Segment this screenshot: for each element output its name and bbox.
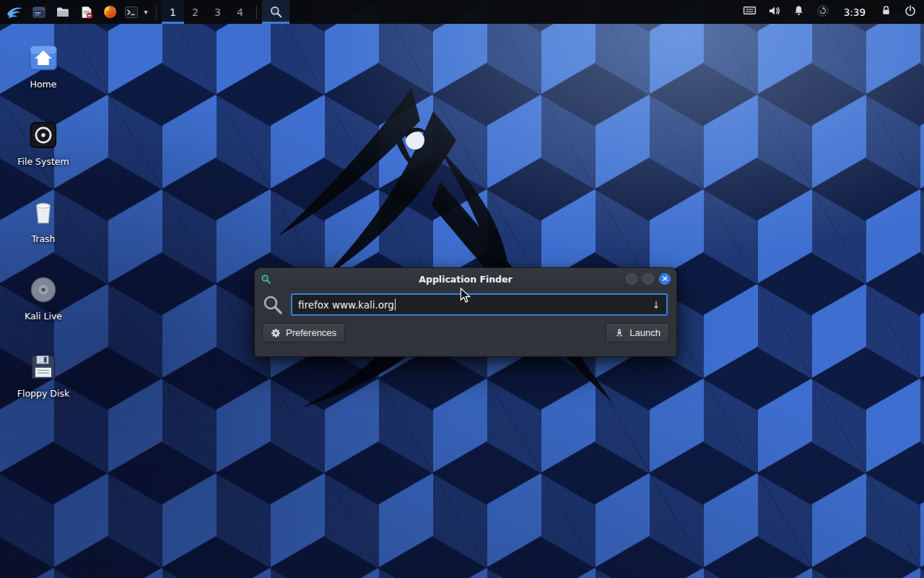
- desktop-icon-floppy-disk[interactable]: Floppy Disk: [0, 347, 87, 424]
- kali-menu-button[interactable]: [3, 0, 27, 24]
- search-input[interactable]: firefox www.kali.org ↓: [291, 293, 668, 316]
- trash-icon: [27, 197, 59, 228]
- clock[interactable]: 3:39: [841, 7, 868, 18]
- launcher-firefox[interactable]: [98, 0, 122, 24]
- workspace-4[interactable]: 4: [229, 0, 251, 24]
- desktop-icon-list: Home File System Trash Kal: [0, 38, 87, 424]
- preferences-button[interactable]: Preferences: [262, 323, 345, 342]
- finder-buttons-row: Preferences Launch: [255, 319, 676, 350]
- preferences-button-label: Preferences: [286, 327, 336, 338]
- launcher-text-editor[interactable]: [74, 0, 98, 24]
- kali-dragon-silhouette: [195, 81, 628, 413]
- window-title: Application Finder: [255, 274, 676, 285]
- kali-logo-icon: [6, 3, 24, 21]
- close-icon: ×: [661, 274, 668, 283]
- launcher-terminal[interactable]: [122, 0, 141, 24]
- search-input-value: firefox www.kali.org: [298, 299, 394, 311]
- desktop-icon-kali-live[interactable]: Kali Live: [0, 269, 87, 347]
- desktop-icon-label: Kali Live: [25, 311, 62, 322]
- magnifier-icon: [269, 5, 283, 19]
- home-icon: [27, 42, 60, 74]
- taskbar-appfinder-button[interactable]: [262, 0, 289, 24]
- maximize-button[interactable]: [642, 273, 654, 285]
- desktop-icon-label: Floppy Disk: [17, 388, 69, 399]
- window-icon: [32, 5, 46, 20]
- firefox-icon: [103, 4, 118, 20]
- desktop-icon-trash[interactable]: Trash: [0, 192, 87, 269]
- dragon-orb: [406, 131, 424, 150]
- launcher-dropdown-button[interactable]: ▾: [141, 0, 151, 24]
- desktop-icon-label: File System: [17, 156, 69, 167]
- history-dropdown-icon[interactable]: ↓: [646, 299, 661, 311]
- workspace-1[interactable]: 1: [162, 0, 184, 24]
- desktop-icon-label: Trash: [31, 233, 55, 244]
- folder-icon: [56, 5, 70, 20]
- desktop-icon-file-system[interactable]: File System: [0, 115, 87, 192]
- finder-body: firefox www.kali.org ↓: [255, 290, 676, 319]
- status-indicator-applet[interactable]: [816, 4, 829, 20]
- launcher-window[interactable]: [27, 0, 51, 24]
- document-icon: [79, 5, 94, 20]
- chevron-down-icon: ▾: [144, 8, 147, 16]
- display-applet[interactable]: [743, 4, 757, 20]
- launch-icon: [614, 328, 624, 338]
- file-system-icon: [27, 119, 59, 151]
- lock-applet[interactable]: [880, 4, 892, 20]
- system-tray: 3:39: [743, 4, 921, 20]
- floppy-disk-icon: [27, 351, 59, 383]
- workspace-2[interactable]: 2: [184, 0, 206, 24]
- launch-button[interactable]: Launch: [606, 323, 669, 342]
- desktop-icon-home[interactable]: Home: [0, 38, 87, 115]
- terminal-icon: [124, 5, 139, 20]
- launch-button-label: Launch: [629, 327, 661, 338]
- workspace-3[interactable]: 3: [206, 0, 229, 24]
- desktop: ▾ 1 2 3 4: [0, 0, 924, 578]
- launcher-file-manager[interactable]: [51, 0, 74, 24]
- bell-icon: [793, 4, 805, 17]
- notifications-applet[interactable]: [793, 4, 805, 20]
- volume-icon: [768, 4, 781, 17]
- top-panel: ▾ 1 2 3 4: [0, 0, 924, 24]
- panel-separator: [256, 5, 257, 20]
- power-icon: [904, 4, 917, 17]
- application-finder-window: Application Finder × firefox www.kali.or…: [254, 267, 677, 357]
- display-icon: [743, 4, 757, 17]
- minimize-button[interactable]: [626, 273, 637, 285]
- logout-applet[interactable]: [904, 4, 917, 20]
- panel-separator: [156, 5, 157, 20]
- appfinder-window-icon: [261, 274, 271, 285]
- text-caret: [395, 298, 396, 311]
- window-controls: ×: [626, 273, 671, 285]
- search-icon: [262, 294, 284, 316]
- volume-applet[interactable]: [768, 4, 781, 20]
- status-circle-icon: [816, 4, 829, 17]
- gear-icon: [271, 328, 281, 338]
- cd-disc-icon: [27, 274, 59, 306]
- close-button[interactable]: ×: [659, 273, 671, 285]
- desktop-icon-label: Home: [30, 79, 57, 90]
- titlebar[interactable]: Application Finder ×: [255, 268, 676, 290]
- lock-icon: [880, 4, 892, 17]
